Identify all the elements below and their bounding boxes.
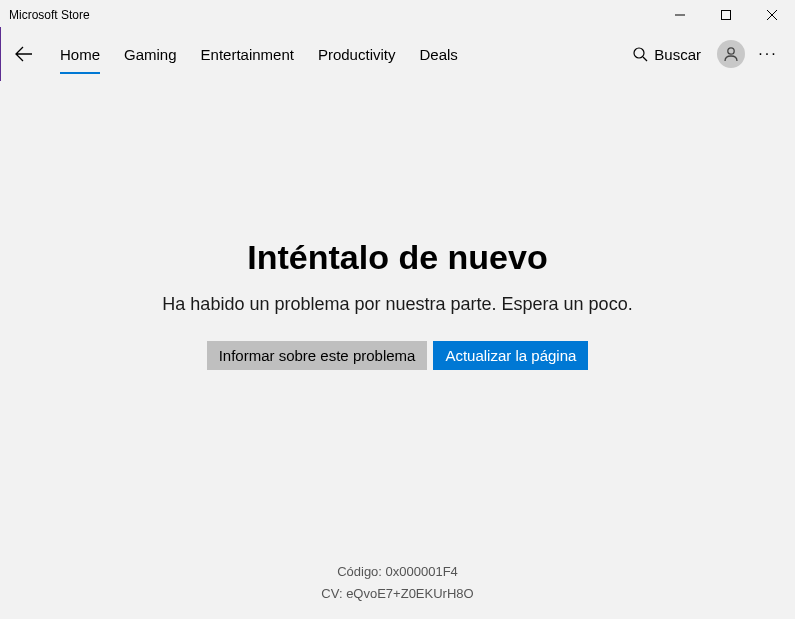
svg-rect-1 <box>722 11 731 20</box>
search-button[interactable]: Buscar <box>625 40 709 69</box>
window-accent-bar <box>0 27 1 81</box>
report-problem-button[interactable]: Informar sobre este problema <box>207 341 428 370</box>
tab-productivity[interactable]: Productivity <box>306 30 408 78</box>
tab-label: Entertainment <box>201 46 294 63</box>
search-label: Buscar <box>654 46 701 63</box>
window-title: Microsoft Store <box>9 8 90 22</box>
tab-entertainment[interactable]: Entertainment <box>189 30 306 78</box>
svg-point-4 <box>634 48 644 58</box>
back-button[interactable] <box>4 34 44 74</box>
maximize-icon <box>721 10 731 20</box>
tab-label: Gaming <box>124 46 177 63</box>
tab-label: Deals <box>419 46 457 63</box>
nav-tabs: Home Gaming Entertainment Productivity D… <box>48 30 625 78</box>
tab-home[interactable]: Home <box>48 30 112 78</box>
tab-label: Productivity <box>318 46 396 63</box>
header-right: Buscar ··· <box>625 39 783 69</box>
minimize-button[interactable] <box>657 0 703 30</box>
tab-gaming[interactable]: Gaming <box>112 30 189 78</box>
close-button[interactable] <box>749 0 795 30</box>
window-controls <box>657 0 795 30</box>
footer-codes: Código: 0x000001F4 CV: eQvoE7+Z0EKUrH8O <box>0 561 795 605</box>
search-icon <box>633 47 648 62</box>
error-cv: CV: eQvoE7+Z0EKUrH8O <box>0 583 795 605</box>
refresh-page-button[interactable]: Actualizar la página <box>433 341 588 370</box>
error-title: Inténtalo de nuevo <box>148 238 648 277</box>
error-block: Inténtalo de nuevo Ha habido un problema… <box>148 238 648 370</box>
tab-deals[interactable]: Deals <box>407 30 469 78</box>
header: Home Gaming Entertainment Productivity D… <box>0 30 795 78</box>
more-icon: ··· <box>758 45 777 63</box>
user-icon <box>722 45 740 63</box>
minimize-icon <box>675 10 685 20</box>
close-icon <box>767 10 777 20</box>
error-message: Ha habido un problema por nuestra parte.… <box>148 291 648 317</box>
svg-point-6 <box>728 48 734 54</box>
back-arrow-icon <box>15 45 33 63</box>
main-content: Inténtalo de nuevo Ha habido un problema… <box>0 78 795 619</box>
user-avatar[interactable] <box>717 40 745 68</box>
titlebar: Microsoft Store <box>0 0 795 30</box>
error-actions: Informar sobre este problema Actualizar … <box>148 341 648 370</box>
maximize-button[interactable] <box>703 0 749 30</box>
tab-label: Home <box>60 46 100 63</box>
more-button[interactable]: ··· <box>753 39 783 69</box>
error-code: Código: 0x000001F4 <box>0 561 795 583</box>
svg-line-5 <box>643 57 647 61</box>
